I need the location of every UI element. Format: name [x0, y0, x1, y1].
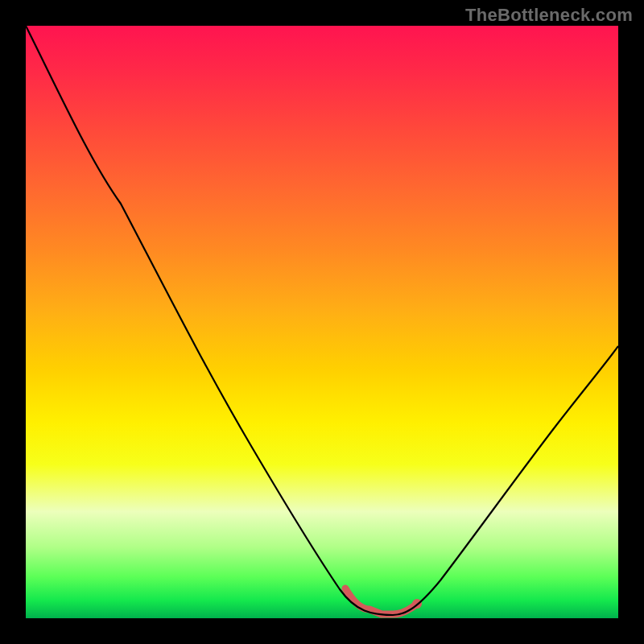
plot-area [26, 26, 618, 618]
good-zone-highlight [345, 588, 417, 614]
bottleneck-curve [26, 26, 618, 615]
curve-layer [26, 26, 618, 618]
watermark-label: TheBottleneck.com [465, 5, 633, 26]
chart-frame: TheBottleneck.com [0, 0, 644, 644]
